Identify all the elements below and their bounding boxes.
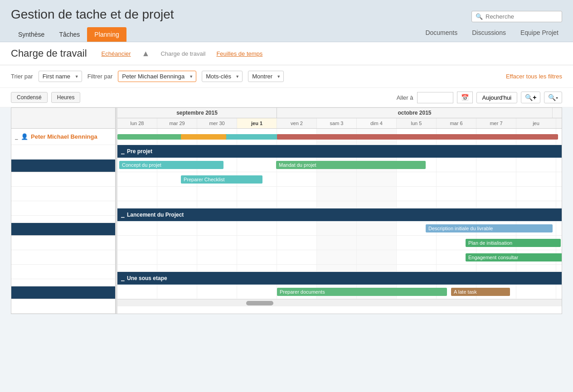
- gantt-task-row-documents: Preparer documents A late task: [117, 285, 562, 299]
- calendar-icon-btn[interactable]: 📅: [457, 92, 473, 103]
- left-task-row-5: [11, 250, 115, 265]
- gantt-body: ⎯ Pre projet Concept du projet Mandat du…: [117, 129, 562, 299]
- nav-equipe[interactable]: Equipe Projet: [517, 27, 562, 38]
- scroll-thumb[interactable]: [246, 301, 273, 305]
- gantt-left-panel: ⎯ 👤 Peter Michael Benninga: [11, 108, 116, 314]
- search-box: 🔍: [471, 11, 562, 22]
- gantt-scrollbar[interactable]: [117, 299, 562, 306]
- gantt-grid: septembre 2015 octobre 2015 lun 28 mar 2…: [117, 108, 562, 306]
- nav-right: Documents Discussions Equipe Projet: [422, 27, 562, 42]
- sort-label: Trier par: [11, 73, 33, 80]
- day-mar29: mar 29: [157, 118, 197, 128]
- filter-label: Filtrer par: [87, 73, 113, 80]
- gantt-task-row-description: Description initiale du livrable: [117, 221, 562, 236]
- day-sam3: sam 3: [317, 118, 357, 128]
- left-spacer-2: [11, 279, 115, 286]
- gantt-section-pre-projet: ⎯ Pre projet: [117, 145, 562, 158]
- clear-filters-link[interactable]: Effacer tous les filtres: [506, 73, 562, 80]
- link-feuilles[interactable]: Feuilles de temps: [216, 50, 262, 57]
- nav-tabs: Synthèse Tâches Planning Documents Discu…: [11, 27, 562, 42]
- task-bar-checklist[interactable]: Preparer Checklist: [181, 175, 262, 184]
- filters-bar: Trier par First name Filtrer par Peter M…: [0, 65, 573, 88]
- gantt-spacer-1: [117, 201, 562, 208]
- sort-select-wrap: First name: [39, 71, 82, 82]
- day-mar6: mar 6: [437, 118, 476, 128]
- task-bar-mandat[interactable]: Mandat du projet: [276, 161, 426, 169]
- day-dim4: dim 4: [357, 118, 397, 128]
- gantt-section-sous-etape: ⎯ Une sous etape: [117, 272, 562, 285]
- day-ven2: ven 2: [277, 118, 317, 128]
- section-label-pre-projet: ⎯ Pre projet: [121, 148, 152, 155]
- summary-bar-orange: [181, 134, 226, 140]
- left-task-row-2: [11, 187, 115, 201]
- summary-bar-teal: [226, 134, 281, 140]
- gantt-task-row-concept: Concept du projet Mandat du projet: [117, 158, 562, 172]
- search-input[interactable]: [486, 13, 558, 20]
- goto-label: Aller à: [397, 94, 413, 101]
- left-task-row-1: [11, 172, 115, 187]
- app-title: Gestion de tache et de projet: [11, 7, 174, 22]
- filter-person-select[interactable]: Peter Michael Benninga: [118, 71, 196, 82]
- link-charge[interactable]: Charge de travail: [160, 50, 205, 57]
- sub-nav-title: Charge de travail: [11, 42, 87, 65]
- day-mer30: mer 30: [197, 118, 237, 128]
- link-echeancier[interactable]: Echéancier: [102, 50, 131, 57]
- condensed-btn[interactable]: Condensé: [11, 92, 48, 103]
- gantt-summary-row: [117, 129, 562, 145]
- task-bar-concept[interactable]: Concept du projet: [119, 161, 223, 169]
- zoom-out-btn[interactable]: 🔍-: [544, 92, 562, 103]
- show-select-wrap: Montrer: [248, 71, 284, 82]
- gantt-day-headers: lun 28 mar 29 mer 30 jeu 1 ven 2 sam 3 d…: [117, 118, 562, 129]
- gantt-container: ⎯ 👤 Peter Michael Benninga septembr: [11, 107, 562, 314]
- section-collapse-sous-etape[interactable]: ⎯: [121, 275, 124, 281]
- show-select[interactable]: Montrer: [248, 71, 284, 82]
- day-mer7: mer 7: [476, 118, 516, 128]
- left-task-row-3: [11, 201, 115, 216]
- collapse-btn[interactable]: ⎯: [15, 134, 18, 140]
- gantt-month-headers: septembre 2015 octobre 2015: [117, 108, 562, 118]
- task-bar-engagement[interactable]: Engagement consultar: [466, 253, 562, 261]
- sub-nav-links: Echéancier ▲ Charge de travail Feuilles …: [102, 49, 263, 58]
- left-task-row-7: [11, 299, 115, 314]
- zoom-in-btn[interactable]: 🔍+: [521, 92, 540, 103]
- left-section-sous-etape: [11, 286, 115, 299]
- gantt-task-row-engagement: Engagement consultar: [117, 250, 562, 265]
- task-bar-documents[interactable]: Preparer documents: [277, 288, 447, 296]
- tab-taches[interactable]: Tâches: [52, 27, 87, 42]
- search-icon: 🔍: [476, 13, 483, 20]
- section-collapse-lancement[interactable]: ⎯: [121, 212, 124, 218]
- keywords-select[interactable]: Mots-clés: [202, 71, 243, 82]
- day-jeu-extra: jeu: [516, 118, 556, 128]
- day-jeu1: jeu 1: [237, 118, 277, 128]
- section-label-sous-etape: ⎯ Une sous etape: [121, 275, 167, 281]
- task-bar-description[interactable]: Description initiale du livrable: [426, 224, 553, 232]
- left-task-row-6: [11, 265, 115, 279]
- person-row[interactable]: ⎯ 👤 Peter Michael Benninga: [11, 129, 115, 145]
- tab-planning[interactable]: Planning: [87, 27, 126, 42]
- tab-synthese[interactable]: Synthèse: [11, 27, 52, 42]
- section-label-lancement: ⎯ Lancement du Project: [121, 212, 184, 218]
- gantt-task-row-plan: Plan de initialisation: [117, 236, 562, 250]
- section-collapse-pre-projet[interactable]: ⎯: [121, 148, 124, 155]
- nav-documents[interactable]: Documents: [422, 27, 461, 38]
- goto-input[interactable]: [417, 92, 453, 103]
- day-lun5: lun 5: [397, 118, 437, 128]
- left-section-pre-projet: [11, 160, 115, 172]
- keywords-select-wrap: Mots-clés: [202, 71, 243, 82]
- nav-discussions[interactable]: Discussions: [468, 27, 510, 38]
- gantt-left-header: [11, 108, 115, 129]
- today-btn[interactable]: Aujourd'hui: [476, 92, 518, 103]
- task-bar-plan[interactable]: Plan de initialisation: [466, 239, 561, 247]
- top-header: Gestion de tache et de projet 🔍 Synthèse…: [0, 0, 573, 42]
- day-lun28: lun 28: [117, 118, 157, 128]
- left-section-lancement: [11, 223, 115, 236]
- month-octobre: octobre 2015: [277, 108, 553, 118]
- gantt-section-lancement: ⎯ Lancement du Project: [117, 208, 562, 221]
- person-icon: 👤: [21, 133, 28, 140]
- sort-select[interactable]: First name: [39, 71, 82, 82]
- summary-bar-red: [277, 134, 558, 140]
- left-summary-row: [11, 145, 115, 160]
- hours-btn[interactable]: Heures: [51, 92, 81, 103]
- task-bar-late[interactable]: A late task: [451, 288, 510, 296]
- gantt-task-row-blank1: [117, 187, 562, 201]
